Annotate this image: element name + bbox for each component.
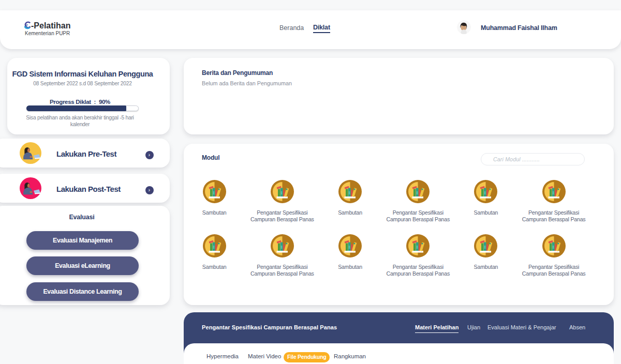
svg-text:e: e [25, 22, 28, 28]
